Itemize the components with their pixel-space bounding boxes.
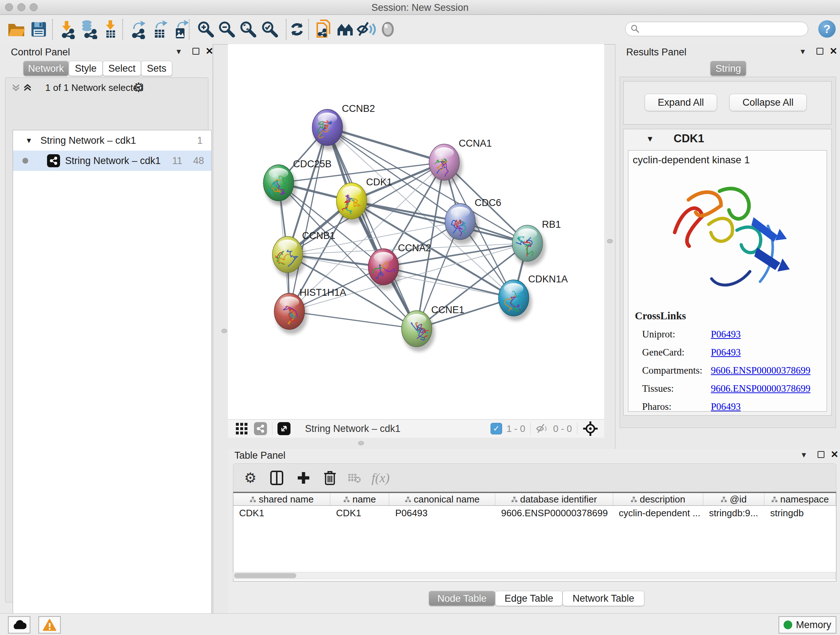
table-cell[interactable]: CDK1	[233, 506, 330, 520]
import-network-database-icon[interactable]	[78, 19, 99, 40]
panel-float-icon[interactable]	[818, 451, 824, 458]
table-row[interactable]: CDK1CDK1P064939606.ENSP00000378699cyclin…	[233, 506, 836, 520]
table-hscrollbar[interactable]	[233, 572, 836, 579]
table-cell[interactable]: cyclin-dependent ...	[613, 506, 703, 520]
network-options-gear-icon[interactable]: ⚙	[133, 80, 144, 95]
collapse-all-button[interactable]: Collapse All	[729, 94, 807, 111]
import-network-file-icon[interactable]	[57, 19, 77, 40]
tab-edge-table[interactable]: Edge Table	[495, 591, 562, 606]
network-node-CCNE1[interactable]: CCNE1	[401, 304, 464, 352]
import-table-file-icon[interactable]	[100, 19, 121, 40]
zoom-fit-icon[interactable]	[238, 19, 259, 40]
collapse-all-icon[interactable]	[11, 83, 21, 92]
panel-menu-icon[interactable]: ▾	[802, 450, 806, 459]
show-columns-icon[interactable]	[270, 470, 284, 486]
tab-sets[interactable]: Sets	[141, 61, 172, 76]
network-node-CCNB1[interactable]: CCNB1	[270, 230, 335, 277]
tab-string[interactable]: String	[710, 61, 746, 76]
search-input[interactable]	[640, 24, 793, 35]
tab-select[interactable]: Select	[103, 61, 141, 76]
panel-close-icon[interactable]: ✕	[829, 46, 837, 57]
zoom-out-icon[interactable]	[216, 19, 237, 40]
memory-button[interactable]: Memory	[778, 616, 836, 633]
export-network-icon[interactable]	[127, 19, 148, 40]
left-splitter-handle[interactable]	[221, 329, 227, 333]
network-node-RB1[interactable]: RB1	[512, 219, 561, 266]
hidden-eye-slash-icon[interactable]	[536, 423, 549, 435]
network-node-CDKN1A[interactable]: CDKN1A	[499, 274, 568, 321]
grid-view-icon[interactable]	[235, 422, 248, 435]
crosslink-value-link[interactable]: P06493	[711, 401, 741, 412]
panel-close-icon[interactable]: ✕	[831, 449, 838, 460]
section-collapse-icon[interactable]: ▼	[646, 134, 654, 144]
column-header-id[interactable]: @id	[703, 493, 764, 505]
warnings-button[interactable]	[38, 616, 61, 633]
network-collection-row[interactable]: ▼ String Network – cdk1 1	[13, 130, 211, 150]
results-panel-title: Results Panel	[626, 47, 687, 58]
crosslink-value-link[interactable]: P06493	[711, 347, 741, 358]
horizontal-splitter-handle[interactable]	[358, 441, 364, 445]
collection-count: 1	[197, 135, 202, 146]
expand-all-button[interactable]: Expand All	[645, 94, 717, 111]
network-node-CCNB2[interactable]: CCNB2	[312, 103, 375, 150]
panel-menu-icon[interactable]: ▾	[801, 47, 805, 56]
crosslink-value-link[interactable]: P06493	[711, 329, 741, 340]
cloud-status-button[interactable]	[8, 616, 30, 633]
graphics-details-icon[interactable]	[377, 19, 398, 40]
export-image-icon[interactable]	[170, 19, 191, 40]
open-session-icon[interactable]	[6, 19, 27, 40]
network-node-HIST1H1A[interactable]: HIST1H1A	[274, 287, 346, 334]
zoom-selected-icon[interactable]	[259, 19, 280, 40]
tab-network-table[interactable]: Network Table	[562, 591, 644, 606]
tab-style[interactable]: Style	[69, 61, 103, 76]
detach-view-icon[interactable]	[278, 422, 291, 435]
right-splitter-handle[interactable]	[607, 239, 613, 243]
search-box[interactable]	[625, 22, 808, 36]
crosslink-value-link[interactable]: 9606.ENSP00000378699	[711, 365, 810, 376]
tab-node-table[interactable]: Node Table	[429, 591, 495, 606]
tree-expander-icon[interactable]: ▼	[25, 136, 33, 145]
column-header-canonicalname[interactable]: canonical name	[389, 493, 495, 505]
column-header-description[interactable]: description	[613, 493, 703, 505]
table-cell[interactable]: P06493	[389, 506, 495, 520]
hide-graphics-details-icon[interactable]	[355, 19, 377, 40]
save-session-icon[interactable]	[28, 19, 49, 40]
network-canvas[interactable]: CCNB2CCNA1CDC25BCDK1CDC6RB1CCNB1CCNA2CDK…	[228, 44, 604, 419]
panel-close-icon[interactable]: ✕	[205, 46, 213, 57]
export-table-icon[interactable]	[149, 19, 170, 40]
column-header-name[interactable]: name	[330, 493, 389, 505]
crosslink-value-link[interactable]: 9606.ENSP00000378699	[711, 383, 810, 394]
node-label-CCNB1: CCNB1	[302, 230, 335, 241]
help-button[interactable]: ?	[818, 20, 836, 38]
column-header-namespace[interactable]: namespace	[764, 493, 836, 505]
column-header-databaseidentifier[interactable]: database identifier	[495, 493, 613, 505]
table-options-gear-icon[interactable]: ⚙	[244, 470, 256, 486]
selected-node-edge-counts: 1 - 0	[507, 423, 525, 434]
column-header-sharedname[interactable]: shared name	[233, 493, 330, 505]
tab-network[interactable]: Network	[23, 61, 69, 76]
panel-menu-icon[interactable]: ▾	[177, 47, 181, 56]
control-panel: Control Panel ▾ ✕ Network Style Select S…	[0, 44, 213, 613]
network-overview-icon[interactable]	[335, 19, 355, 40]
network-node-CDC6[interactable]: CDC6	[445, 197, 501, 244]
network-view-icon[interactable]	[254, 422, 267, 435]
table-cell[interactable]: stringdb:9...	[703, 506, 764, 520]
network-label: String Network – cdk1	[65, 155, 161, 166]
refresh-icon[interactable]	[286, 19, 308, 40]
expand-all-icon[interactable]	[23, 83, 32, 92]
create-column-plus-icon[interactable]	[296, 470, 311, 485]
network-row-selected[interactable]: String Network – cdk1 11 48	[13, 150, 211, 171]
panel-float-icon[interactable]	[193, 48, 199, 55]
delete-column-trash-icon[interactable]	[323, 470, 337, 486]
title-bar: Session: New Session	[0, 0, 840, 15]
table-cell[interactable]: CDK1	[330, 506, 389, 520]
table-cell[interactable]: stringdb	[764, 506, 836, 520]
node-label-CDK1: CDK1	[366, 177, 392, 187]
birdseye-crosshair-icon[interactable]	[583, 421, 598, 437]
selected-checkbox-icon[interactable]: ✓	[491, 423, 502, 434]
new-network-from-selection-icon[interactable]	[313, 19, 334, 40]
panel-float-icon[interactable]	[816, 48, 823, 55]
table-hscrollbar-thumb[interactable]	[234, 573, 296, 578]
zoom-in-icon[interactable]	[195, 19, 216, 40]
table-cell[interactable]: 9606.ENSP00000378699	[495, 506, 613, 520]
